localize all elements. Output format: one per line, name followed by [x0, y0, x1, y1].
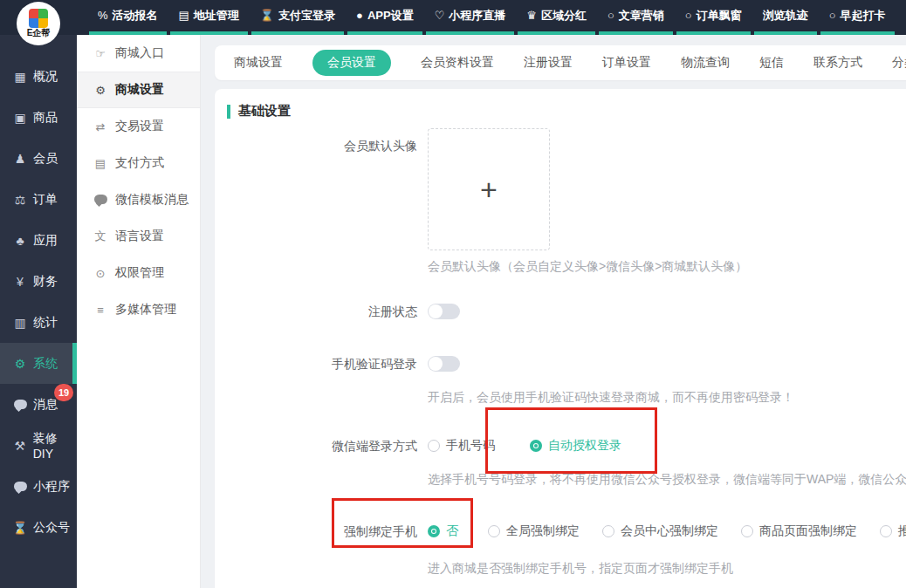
hourglass-icon: ⌛ — [260, 9, 274, 22]
tab-category[interactable]: 分类 — [892, 55, 906, 71]
entry-hand-icon: ☞ — [92, 47, 109, 60]
sidebar-item-official-account[interactable]: ⌛公众号 — [0, 507, 77, 548]
submenu: ☞商城入口 ⚙商城设置 ⇄交易设置 ▤支付方式 微信模板消息 文语言设置 ⊙权限… — [77, 35, 201, 588]
logo-text: E企帮 — [27, 28, 51, 38]
sidebar-item-miniprogram[interactable]: 小程序 — [0, 466, 77, 507]
gear-icon: ⚙ — [11, 357, 29, 371]
tab-mall-settings[interactable]: 商城设置 — [234, 55, 283, 71]
settings-panel: 基础设置 会员默认头像 + 会员默认头像（会员自定义头像>微信头像>商城默认头像… — [215, 89, 906, 588]
circle-icon: ○ — [829, 9, 836, 22]
topbar-item-live[interactable]: ♡小程序直播 — [426, 0, 515, 35]
radio-checked-icon — [428, 525, 440, 537]
topbar-item-app[interactable]: ●APP设置 — [347, 0, 422, 35]
sidebar-item-overview[interactable]: ▦概况 — [0, 56, 77, 97]
gear-icon: ⚙ — [92, 84, 109, 97]
sms-login-label: 手机验证码登录 — [225, 346, 428, 406]
form-row-sms-login: 手机验证码登录 开启后，会员使用手机验证码快速登录商城，而不再使用密码登录！ — [225, 346, 906, 406]
tab-member-profile-settings[interactable]: 会员资料设置 — [421, 55, 494, 71]
force-bind-label: 强制绑定手机 — [225, 514, 428, 577]
submenu-item-permission[interactable]: ⊙权限管理 — [77, 255, 200, 291]
radio-product-page-bind[interactable]: 商品页面强制绑定 — [741, 523, 857, 539]
topbar-item-order-popup[interactable]: ○订单飘窗 — [676, 0, 751, 35]
topbar-item-article[interactable]: ○文章营销 — [599, 0, 673, 35]
form-row-avatar: 会员默认头像 + 会员默认头像（会员自定义头像>微信头像>商城默认头像） — [225, 128, 906, 275]
register-status-toggle[interactable] — [428, 304, 460, 319]
radio-global-bind[interactable]: 全局强制绑定 — [488, 523, 580, 539]
credit-card-icon: ▤ — [92, 157, 109, 170]
stats-icon: ▥ — [11, 316, 29, 330]
content-area: 商城设置 会员设置 会员资料设置 注册设置 订单设置 物流查询 短信 联系方式 … — [201, 35, 906, 588]
radio-circle-icon — [488, 525, 500, 537]
submenu-item-trade-settings[interactable]: ⇄交易设置 — [77, 108, 200, 145]
topbar-item-checkin[interactable]: ○早起打卡 — [820, 0, 895, 35]
topbar-item-address[interactable]: ▤地址管理 — [170, 0, 248, 35]
sidebar-item-finance[interactable]: ¥财务 — [0, 261, 77, 302]
radio-circle-icon — [880, 525, 892, 537]
topbar: %活动报名 ▤地址管理 ⌛支付宝登录 ●APP设置 ♡小程序直播 ♛区域分红 ○… — [0, 0, 906, 35]
tabs-bar: 商城设置 会员设置 会员资料设置 注册设置 订单设置 物流查询 短信 联系方式 … — [215, 45, 906, 80]
tab-order-settings[interactable]: 订单设置 — [602, 55, 651, 71]
tab-member-settings[interactable]: 会员设置 — [312, 50, 391, 76]
section-title: 基础设置 — [238, 103, 291, 120]
sidebar-item-orders[interactable]: ⚖订单 — [0, 179, 77, 220]
sidebar-item-diy[interactable]: ⚒装修DIY — [0, 425, 77, 466]
sidebar-item-members[interactable]: ♟会员 — [0, 138, 77, 179]
message-count-badge: 19 — [54, 384, 73, 401]
circle-icon: ○ — [685, 9, 692, 22]
radio-phone-number[interactable]: 手机号码 — [428, 438, 495, 454]
sidebar-item-stats[interactable]: ▥统计 — [0, 302, 77, 343]
form-row-force-bind: 强制绑定手机 否 全局强制绑定 会员中心强制绑定 — [225, 514, 906, 577]
tab-logistics[interactable]: 物流查询 — [681, 55, 730, 71]
sidebar-item-system[interactable]: ⚙系统 — [0, 343, 77, 384]
submenu-item-media[interactable]: ≡多媒体管理 — [77, 291, 200, 328]
radio-no[interactable]: 否 — [428, 523, 458, 539]
topbar-item-track[interactable]: 浏览轨迹 — [754, 0, 817, 35]
sidebar-item-apps[interactable]: ♣应用 — [0, 220, 77, 261]
heart-icon: ♡ — [435, 9, 445, 22]
wechat-icon — [92, 194, 109, 207]
language-icon: 文 — [92, 229, 109, 244]
submenu-item-payment[interactable]: ▤支付方式 — [77, 145, 200, 181]
tab-sms[interactable]: 短信 — [759, 55, 784, 71]
submenu-item-wechat-template[interactable]: 微信模板消息 — [77, 181, 200, 218]
trophy-icon: ♛ — [526, 9, 537, 22]
sidebar-item-messages[interactable]: 消息19 — [0, 384, 77, 425]
form-row-register-status: 注册状态 — [225, 294, 906, 329]
section-accent-bar — [227, 105, 230, 119]
tab-register-settings[interactable]: 注册设置 — [524, 55, 573, 71]
chat-bubble-icon — [11, 398, 29, 412]
link-icon: % — [98, 9, 108, 22]
radio-promo-bind[interactable]: 推广 — [880, 523, 906, 539]
avatar-upload-box[interactable]: + — [428, 128, 550, 250]
tab-contact[interactable]: 联系方式 — [813, 55, 862, 71]
plus-icon: + — [480, 173, 498, 207]
logo-mark-icon — [29, 9, 48, 28]
submenu-item-language[interactable]: 文语言设置 — [77, 218, 200, 255]
wechat-login-hint: 选择手机号号码登录，将不再使用微信公众号授权登录，微信端等同于WAP端，微信公众… — [428, 470, 906, 488]
radio-checked-icon — [530, 440, 542, 452]
hourglass-icon: ⌛ — [11, 521, 29, 535]
radio-circle-icon — [741, 525, 753, 537]
sidebar-item-goods[interactable]: ▣商品 — [0, 97, 77, 138]
form-row-wechat-login: 微信端登录方式 手机号码 自动授权登录 选择手机号号码登录，将不再使用微信公众号… — [225, 428, 906, 488]
exchange-icon: ⇄ — [92, 120, 109, 133]
section-header: 基础设置 — [225, 101, 906, 120]
topbar-item-alipay[interactable]: ⌛支付宝登录 — [251, 0, 344, 35]
sms-login-hint: 开启后，会员使用手机验证码快速登录商城，而不再使用密码登录！ — [428, 388, 906, 406]
submenu-item-mall-entry[interactable]: ☞商城入口 — [77, 35, 200, 72]
circle-icon: ○ — [607, 9, 614, 22]
apple-icon: ● — [356, 9, 363, 22]
wechat-icon — [11, 480, 29, 494]
sms-login-toggle[interactable] — [428, 356, 460, 372]
hammer-icon: ⚒ — [11, 439, 29, 453]
goods-icon: ▣ — [11, 111, 29, 125]
address-card-icon: ▤ — [179, 9, 189, 22]
topbar-item-activity[interactable]: %活动报名 — [89, 0, 167, 35]
list-icon: ≡ — [92, 304, 109, 317]
radio-auto-auth[interactable]: 自动授权登录 — [530, 438, 621, 454]
app-logo[interactable]: E企帮 — [17, 2, 60, 45]
submenu-item-mall-settings[interactable]: ⚙商城设置 — [77, 72, 200, 108]
radio-member-center-bind[interactable]: 会员中心强制绑定 — [602, 523, 718, 539]
topbar-item-region[interactable]: ♛区域分红 — [518, 0, 595, 35]
members-icon: ♟ — [11, 152, 29, 166]
